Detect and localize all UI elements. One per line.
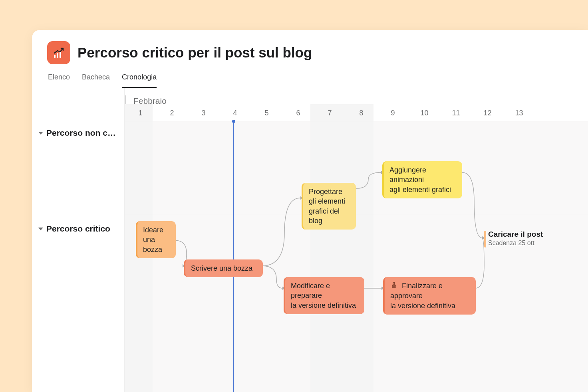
today-line [233,121,234,392]
task-progettare[interactable]: Progettare gli elementi grafici del blog [302,183,356,230]
task-label: Modificare e preparare la versione defin… [291,282,356,309]
tabs: Elenco Bacheca Cronologia [47,73,573,88]
day-number: 5 [251,109,282,117]
day-number: 4 [219,109,251,117]
day-number: 12 [472,109,503,117]
task-label: Aggiungere animazioni agli elementi graf… [389,166,451,194]
app-window: Percorso critico per il post sul blog El… [32,30,588,392]
day-number: 8 [346,109,377,117]
month-label: Febbraio [133,96,167,106]
timeline-area: Percorso non cri... Percorso critico Feb… [32,88,588,392]
section-divider [125,214,588,214]
timeline-body: Progettare gli elementi grafici del blog… [125,121,588,392]
section-header-noncritical[interactable]: Percorso non cri... [32,121,124,145]
day-number: 7 [314,109,346,117]
section-label: Percorso critico [46,224,110,234]
timeline-grid[interactable]: Febbraio 1 2 3 4 5 6 7 8 9 10 11 12 13 [125,88,588,392]
day-number: 2 [156,109,188,117]
stamp-icon [390,281,397,291]
weekend-band [310,121,373,392]
milestone-caricare[interactable]: Caricare il post Scadenza 25 ott [488,230,543,247]
svg-rect-1 [57,53,58,58]
task-label: Scrivere una bozza [191,264,252,272]
tab-bacheca[interactable]: Bacheca [82,73,110,88]
day-number: 6 [282,109,314,117]
task-label: Finalizzare e approvare la versione defi… [390,282,455,310]
month-tick [125,95,126,104]
day-number: 9 [377,109,409,117]
task-modificare[interactable]: Modificare e preparare la versione defin… [284,277,364,314]
today-dot-icon [232,120,235,123]
tab-elenco[interactable]: Elenco [48,73,70,88]
task-aggiungere[interactable]: Aggiungere animazioni agli elementi graf… [382,161,462,198]
day-number: 1 [125,109,156,117]
header: Percorso critico per il post sul blog El… [32,30,588,88]
day-number: 10 [409,109,440,117]
task-scrivere[interactable]: Scrivere una bozza [184,259,263,277]
day-number: 13 [503,109,535,117]
title-row: Percorso critico per il post sul blog [47,41,573,64]
task-label: Progettare gli elementi grafici del blog [309,188,345,225]
milestone-title: Caricare il post [488,230,543,239]
task-finalizzare[interactable]: Finalizzare e approvare la versione defi… [383,277,476,315]
timeline-sidebar: Percorso non cri... Percorso critico [32,88,125,392]
day-number: 3 [188,109,219,117]
day-number: 11 [440,109,472,117]
milestone-subtitle: Scadenza 25 ott [488,240,543,247]
tab-cronologia[interactable]: Cronologia [122,73,157,88]
project-chart-icon [47,41,70,64]
svg-rect-0 [54,55,56,58]
caret-down-icon [38,228,43,230]
section-label: Percorso non cri... [46,128,118,138]
day-numbers-row: 1 2 3 4 5 6 7 8 9 10 11 12 13 [125,109,588,117]
task-label: Ideare una bozza [143,226,163,253]
section-header-critical[interactable]: Percorso critico [32,217,124,241]
task-ideare[interactable]: Ideare una bozza [136,221,176,258]
caret-down-icon [38,132,43,135]
milestone-bar-icon [484,231,486,247]
page-title: Percorso critico per il post sul blog [77,45,312,61]
